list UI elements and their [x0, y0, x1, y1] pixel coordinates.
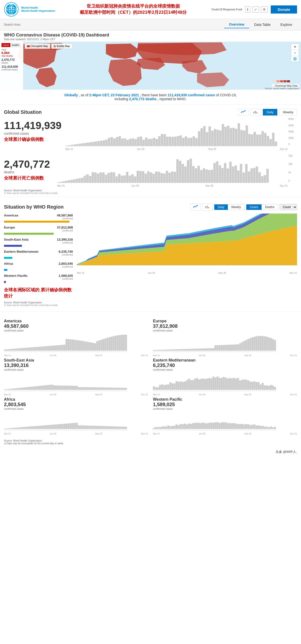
svg-rect-224 — [90, 342, 92, 351]
svg-rect-369 — [161, 384, 163, 390]
svg-rect-317 — [30, 387, 32, 390]
svg-rect-338 — [74, 386, 76, 390]
choropleth-map-btn[interactable]: Choropleth Map — [25, 44, 50, 49]
svg-rect-198 — [37, 347, 39, 351]
mini-africa-svg — [4, 412, 148, 432]
svg-rect-418 — [262, 383, 264, 390]
donate-button[interactable]: Donate — [271, 6, 297, 14]
svg-rect-458 — [70, 423, 72, 429]
svg-rect-429 — [10, 428, 12, 429]
map-tab-cases[interactable]: Cases — [2, 43, 10, 47]
svg-rect-50 — [163, 134, 166, 146]
svg-rect-227 — [96, 341, 98, 351]
svg-rect-484 — [123, 427, 125, 429]
region-line-chart-btn[interactable] — [190, 204, 201, 210]
region-measure-select[interactable]: Count — [280, 204, 297, 210]
daily-btn[interactable]: Daily — [263, 109, 277, 116]
tab-explore[interactable]: Explore — [276, 21, 297, 28]
svg-rect-251 — [170, 350, 172, 351]
mini-sea-label: confirmed cases — [4, 368, 148, 371]
weekly-btn[interactable]: Weekly — [279, 109, 297, 116]
svg-rect-434 — [20, 427, 22, 429]
svg-rect-527 — [235, 424, 237, 429]
svg-rect-35 — [124, 138, 126, 146]
svg-rect-136 — [168, 173, 171, 183]
header: World Health World Health Organization 世… — [0, 0, 301, 19]
mini-americas-svg — [4, 334, 148, 353]
line-chart-btn[interactable] — [238, 108, 248, 116]
mini-europe-title: Europe — [153, 319, 297, 323]
region-africa-name: Africa — [4, 262, 13, 268]
mini-em-count: 6,235,740 — [153, 362, 297, 368]
mini-europe-x: Mar 31 Jun 30 Sep 30 Dec 31 — [153, 354, 297, 356]
svg-rect-62 — [195, 138, 198, 146]
svg-rect-27 — [102, 140, 105, 146]
mini-europe-label: confirmed cases — [153, 329, 297, 332]
svg-rect-127 — [144, 174, 147, 183]
svg-rect-30 — [110, 137, 113, 146]
svg-rect-456 — [66, 424, 68, 429]
svg-rect-353 — [104, 388, 106, 390]
confirmed-label: confirmed cases — [4, 132, 62, 136]
svg-rect-374 — [172, 384, 174, 390]
share-button[interactable]: ⤢ — [252, 6, 259, 12]
svg-rect-85 — [256, 134, 259, 146]
svg-rect-211 — [64, 345, 66, 351]
region-bar-chart-btn[interactable] — [202, 204, 212, 210]
svg-rect-288 — [245, 340, 247, 351]
mini-chart-africa: Africa 2,803,545 confirmed cases Mar 31 … — [4, 397, 148, 432]
svg-rect-74 — [227, 126, 229, 146]
tab-data-table[interactable]: Data Table — [249, 21, 276, 28]
zoom-in-button[interactable]: + — [291, 44, 299, 50]
region-line-icon — [193, 205, 198, 208]
svg-rect-517 — [214, 422, 216, 429]
svg-rect-199 — [39, 347, 41, 351]
svg-rect-17 — [76, 144, 78, 146]
svg-rect-104 — [84, 176, 86, 183]
mini-chart-em: Eastern Mediterranean 6,235,740 confirme… — [153, 358, 297, 392]
svg-rect-483 — [121, 427, 123, 429]
svg-rect-166 — [248, 172, 250, 183]
svg-rect-222 — [86, 342, 88, 351]
svg-rect-519 — [219, 423, 221, 429]
svg-rect-482 — [119, 426, 121, 429]
svg-rect-149 — [203, 168, 205, 183]
svg-rect-141 — [182, 164, 184, 183]
svg-rect-345 — [88, 388, 90, 390]
region-europe-bar — [4, 233, 54, 235]
region-deaths-btn[interactable]: Deaths — [262, 204, 278, 210]
region-em-count: 6,235,740 — [58, 250, 73, 254]
bubble-map-btn[interactable]: Bubble Map — [51, 44, 72, 49]
map-globe-button[interactable]: 🌐 — [291, 56, 299, 62]
svg-rect-26 — [100, 141, 102, 146]
info-button[interactable]: ℹ — [245, 6, 250, 12]
global-source-note: Source: World Health Organization ⊘ Data… — [4, 189, 297, 194]
svg-rect-36 — [126, 140, 129, 146]
svg-rect-223 — [88, 342, 90, 351]
settings-button[interactable]: ⚙ — [261, 6, 268, 12]
svg-rect-530 — [241, 424, 243, 429]
tab-overview[interactable]: Overview — [224, 21, 249, 28]
svg-rect-185 — [10, 349, 12, 351]
region-weekly-btn[interactable]: Weekly — [228, 204, 244, 210]
svg-rect-207 — [55, 346, 57, 351]
svg-rect-273 — [214, 345, 216, 351]
svg-rect-248 — [163, 350, 165, 351]
map-new-deaths: 6,884 — [2, 51, 22, 55]
svg-rect-478 — [110, 426, 112, 429]
region-row-americas: Americas 49,587,660 confirmed — [4, 214, 73, 223]
svg-rect-160 — [232, 166, 234, 183]
svg-rect-164 — [242, 173, 245, 183]
map-tab-deaths[interactable]: Deaths — [11, 43, 20, 47]
svg-rect-520 — [221, 422, 223, 429]
region-daily-btn[interactable]: Daily — [214, 204, 228, 210]
cn-deaths-annotation: 全球累计死亡病例数 — [4, 175, 53, 181]
svg-rect-279 — [227, 345, 229, 351]
region-cases-btn[interactable]: Cases — [246, 204, 262, 210]
bar-chart-btn[interactable] — [250, 108, 261, 116]
svg-rect-320 — [37, 386, 39, 390]
region-main: Americas 49,587,660 confirmed Europe 37,… — [4, 214, 297, 299]
svg-rect-389 — [202, 378, 204, 390]
svg-rect-339 — [76, 386, 78, 390]
zoom-out-button[interactable]: − — [291, 50, 299, 56]
